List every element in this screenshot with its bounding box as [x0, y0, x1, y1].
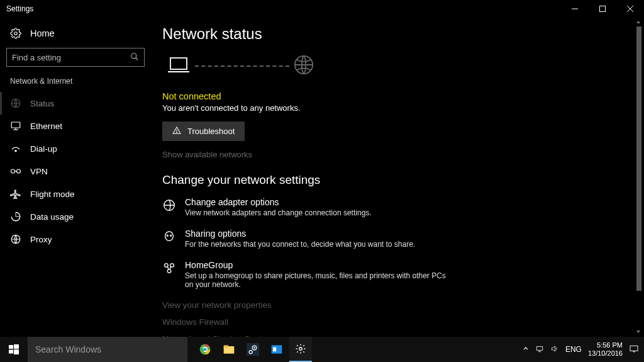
sharing-icon: [162, 230, 176, 246]
svg-rect-8: [11, 122, 20, 128]
svg-point-22: [170, 235, 172, 236]
tray-volume-icon[interactable]: [550, 344, 559, 354]
tray-network-icon[interactable]: [535, 344, 544, 354]
globe-icon: [10, 234, 21, 245]
svg-line-26: [167, 266, 169, 269]
svg-rect-31: [14, 349, 19, 354]
troubleshoot-label: Troubleshoot: [187, 127, 235, 136]
taskbar-app-generic[interactable]: [265, 337, 288, 362]
taskbar-search-placeholder: Search Windows: [35, 344, 101, 354]
maximize-button[interactable]: [589, 0, 616, 18]
sidebar-item-ethernet[interactable]: Ethernet: [0, 115, 151, 137]
svg-rect-29: [14, 344, 19, 349]
tray-action-center-icon[interactable]: [629, 344, 639, 354]
nav-label: Dial-up: [30, 144, 57, 154]
sidebar: Home Find a setting Network & Internet S…: [0, 18, 151, 337]
nav-label: Status: [30, 99, 54, 108]
sidebar-home[interactable]: Home: [0, 24, 151, 45]
svg-point-43: [299, 348, 303, 351]
close-button[interactable]: [616, 0, 644, 18]
svg-point-19: [177, 132, 177, 133]
gear-icon: [10, 28, 21, 39]
row-label: Change adapter options: [185, 197, 372, 207]
row-adapter-options[interactable]: Change adapter options View network adap…: [162, 197, 644, 217]
show-available-networks-link[interactable]: Show available networks: [162, 150, 644, 159]
window-title: Settings: [6, 4, 33, 13]
link-network-properties[interactable]: View your network properties: [162, 300, 644, 310]
sidebar-item-proxy[interactable]: Proxy: [0, 228, 151, 251]
status-icon: [10, 98, 21, 109]
svg-rect-35: [224, 346, 235, 354]
network-diagram: [166, 54, 644, 77]
scrollbar[interactable]: [634, 18, 643, 336]
svg-rect-1: [600, 6, 606, 12]
title-bar: Settings: [0, 0, 644, 18]
svg-rect-30: [9, 350, 13, 354]
taskbar-search[interactable]: Search Windows: [28, 337, 187, 362]
svg-rect-16: [170, 58, 187, 69]
row-homegroup[interactable]: HomeGroup Set up a homegroup to share pi…: [162, 260, 644, 289]
homegroup-icon: [162, 261, 176, 277]
scrollbar-thumb[interactable]: [636, 26, 641, 291]
troubleshoot-button[interactable]: Troubleshoot: [162, 122, 245, 141]
scroll-up-arrow[interactable]: [634, 18, 643, 26]
row-sharing-options[interactable]: Sharing options For the networks that yo…: [162, 229, 644, 249]
taskbar-app-explorer[interactable]: [218, 337, 240, 362]
connection-line: [195, 65, 289, 67]
taskbar: Search Windows ENG 5:56 PM 13/10/2016: [0, 337, 644, 362]
svg-point-11: [15, 150, 16, 152]
link-windows-firewall[interactable]: Windows Firewall: [162, 317, 644, 327]
svg-line-27: [170, 266, 171, 269]
nav-label: Data usage: [30, 212, 74, 222]
svg-rect-28: [9, 345, 13, 349]
row-label: HomeGroup: [185, 260, 449, 270]
nav-label: Proxy: [30, 235, 52, 244]
row-desc: View network adapters and change connect…: [185, 208, 372, 217]
tray-date: 13/10/2016: [588, 349, 623, 358]
svg-point-21: [167, 235, 168, 236]
tray-clock[interactable]: 5:56 PM 13/10/2016: [588, 341, 623, 357]
start-button[interactable]: [0, 337, 28, 362]
nav-label: VPN: [30, 167, 48, 176]
tray-language[interactable]: ENG: [565, 345, 582, 354]
page-heading: Network status: [162, 25, 644, 43]
warning-icon: [172, 126, 181, 137]
search-icon: [130, 52, 139, 63]
svg-rect-41: [272, 345, 282, 353]
row-label: Sharing options: [185, 229, 415, 239]
status-subtext: You aren't connected to any networks.: [162, 103, 644, 113]
row-desc: For the networks that you connect to, de…: [185, 240, 415, 249]
taskbar-app-settings[interactable]: [289, 337, 312, 362]
nav-label: Ethernet: [30, 122, 62, 131]
svg-point-13: [17, 169, 21, 173]
svg-point-25: [167, 269, 171, 273]
adapter-icon: [162, 198, 176, 214]
tray-chevron-icon[interactable]: [523, 346, 529, 353]
svg-rect-36: [224, 345, 229, 347]
sidebar-item-status[interactable]: Status: [0, 92, 151, 115]
content-area: Network status Not connected You aren't …: [151, 18, 644, 337]
taskbar-app-chrome[interactable]: [194, 337, 216, 362]
laptop-icon: [166, 55, 191, 76]
svg-point-5: [131, 53, 136, 58]
svg-line-6: [136, 57, 138, 60]
ethernet-icon: [10, 120, 21, 132]
airplane-icon: [10, 188, 21, 200]
taskbar-app-steam[interactable]: [242, 337, 264, 362]
sidebar-item-dialup[interactable]: Dial-up: [0, 137, 151, 160]
change-settings-heading: Change your network settings: [162, 173, 644, 187]
svg-rect-42: [273, 348, 276, 352]
globe-large-icon: [293, 54, 314, 77]
sidebar-item-datausage[interactable]: Data usage: [0, 205, 151, 228]
sidebar-item-flightmode[interactable]: Flight mode: [0, 183, 151, 205]
svg-point-4: [14, 32, 18, 35]
search-placeholder: Find a setting: [12, 53, 61, 62]
system-tray: ENG 5:56 PM 13/10/2016: [523, 337, 644, 362]
sidebar-item-vpn[interactable]: VPN: [0, 160, 151, 183]
minimize-button[interactable]: [561, 0, 589, 18]
svg-point-39: [253, 347, 255, 349]
scroll-down-arrow[interactable]: [634, 327, 643, 336]
svg-point-12: [11, 169, 15, 173]
sidebar-search[interactable]: Find a setting: [6, 48, 145, 67]
status-heading: Not connected: [162, 91, 644, 101]
